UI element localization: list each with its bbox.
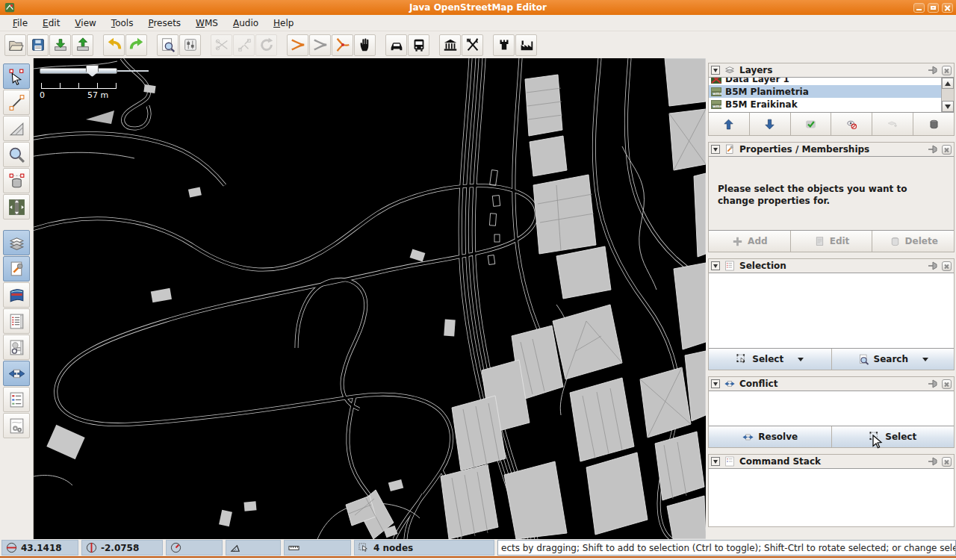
upload-button[interactable] <box>72 34 93 56</box>
properties-pin-icon[interactable] <box>928 143 940 155</box>
layer-row-b5m-planimetria[interactable]: wms B5M Planimetria <box>709 85 941 98</box>
selection-list-panel-button[interactable] <box>3 308 30 334</box>
redo-button[interactable] <box>125 34 147 56</box>
selection-list[interactable] <box>709 273 954 349</box>
conflict-close-button[interactable] <box>942 379 952 389</box>
scale-end-label: 57 m <box>87 90 108 100</box>
pan-button[interactable] <box>354 34 376 56</box>
measure-tool-button[interactable] <box>3 116 30 141</box>
search-button[interactable] <box>157 34 179 56</box>
unglue-ways-button[interactable] <box>211 34 232 56</box>
conflict-select-button[interactable]: Select <box>832 426 955 447</box>
search-selection-panel-button[interactable] <box>3 335 30 360</box>
delete-button[interactable]: Delete <box>872 231 954 252</box>
selection-close-button[interactable] <box>942 261 952 271</box>
open-button[interactable] <box>4 34 26 56</box>
layers-scrollbar[interactable] <box>941 78 954 112</box>
node-cursor-icon <box>358 542 370 553</box>
zoom-slider-groove[interactable] <box>40 68 117 74</box>
layer-merge-button[interactable] <box>872 113 913 135</box>
bank-button[interactable] <box>439 34 461 56</box>
selection-search-button[interactable]: Search <box>832 349 955 370</box>
command-stack-pin-icon[interactable] <box>928 455 940 467</box>
conflict-panel-button[interactable] <box>3 361 30 386</box>
menu-tools[interactable]: Tools <box>105 16 140 30</box>
car-button[interactable] <box>385 34 407 56</box>
move-map-tool-button[interactable] <box>3 194 30 220</box>
delete-tool-button[interactable] <box>3 168 30 193</box>
zoom-slider[interactable] <box>40 64 149 78</box>
layers-pin-icon[interactable] <box>928 64 940 76</box>
command-stack-close-button[interactable] <box>942 457 952 467</box>
restaurant-button[interactable] <box>462 34 483 56</box>
conflict-collapse-button[interactable] <box>711 379 720 388</box>
command-stack-panel-button[interactable] <box>3 387 30 412</box>
menu-presets[interactable]: Presets <box>141 16 187 30</box>
merge-nodes-button[interactable] <box>233 34 255 56</box>
layer-activate-button[interactable] <box>791 113 832 135</box>
map-gears-icon <box>7 417 26 435</box>
menu-view[interactable]: View <box>68 16 102 30</box>
properties-collapse-button[interactable] <box>711 145 720 154</box>
layers-panel-button[interactable] <box>3 230 30 255</box>
castle-button[interactable] <box>493 34 515 56</box>
refresh-button[interactable] <box>255 34 277 56</box>
command-stack-collapse-button[interactable] <box>711 457 720 466</box>
download-button[interactable] <box>49 34 71 56</box>
zoom-slider-thumb[interactable] <box>86 65 99 77</box>
layers-close-button[interactable] <box>942 66 952 75</box>
menu-help[interactable]: Help <box>267 16 300 30</box>
latitude-field: 43.1418 <box>1 540 78 556</box>
add-button[interactable]: Add <box>709 231 791 252</box>
zoom-tool-button[interactable] <box>3 142 30 167</box>
properties-close-button[interactable] <box>942 145 952 155</box>
selection-collapse-button[interactable] <box>711 261 720 270</box>
layer-row-b5m-eraikinak[interactable]: wms B5M Eraikinak <box>709 98 941 111</box>
undo-button[interactable] <box>103 34 125 56</box>
bus-button[interactable] <box>408 34 429 56</box>
preferences-button[interactable] <box>179 34 201 56</box>
search-dropdown-arrow[interactable] <box>922 358 928 361</box>
selection-select-button[interactable]: Select <box>709 349 832 370</box>
draw-node-tool-button[interactable] <box>3 90 30 115</box>
select-tool-button[interactable] <box>3 63 30 89</box>
layer-move-up-button[interactable] <box>709 113 750 135</box>
combine-way-button[interactable] <box>287 34 308 56</box>
layer-row-data-layer-1[interactable]: Data Layer 1 <box>709 78 941 85</box>
merge-layer-icon <box>887 118 899 131</box>
layer-move-down-button[interactable] <box>750 113 791 135</box>
preferences-icon <box>182 37 199 53</box>
checklist-icon <box>7 312 26 331</box>
layers-panel: Layers Data Layer 1 wms B5M Planimetria … <box>708 63 955 136</box>
combine-way-disabled-button[interactable] <box>309 34 331 56</box>
selection-pin-icon[interactable] <box>928 260 940 272</box>
factory-button[interactable] <box>515 34 537 56</box>
menu-file[interactable]: File <box>6 16 34 30</box>
conflict-pin-icon[interactable] <box>928 378 940 390</box>
layers-collapse-button[interactable] <box>711 66 720 75</box>
layer-visibility-button[interactable] <box>831 113 872 135</box>
svg-text:wms: wms <box>713 91 721 96</box>
menu-audio[interactable]: Audio <box>226 16 265 30</box>
save-button[interactable] <box>27 34 49 56</box>
maximize-button[interactable] <box>928 3 939 13</box>
scroll-up-button[interactable] <box>942 78 954 89</box>
close-button[interactable] <box>942 3 953 13</box>
scroll-down-button[interactable] <box>942 101 954 112</box>
command-stack-list[interactable] <box>709 468 954 526</box>
castle-icon <box>496 37 512 53</box>
select-dropdown-arrow[interactable] <box>798 358 804 361</box>
edit-button[interactable]: Edit <box>791 231 873 252</box>
map-settings-button[interactable] <box>3 413 30 438</box>
presets-book-button[interactable] <box>3 282 30 308</box>
map-canvas[interactable]: 0 57 m <box>33 58 705 539</box>
split-way-button[interactable] <box>332 34 353 56</box>
properties-panel-button[interactable] <box>3 256 30 281</box>
minimize-button[interactable] <box>913 3 925 13</box>
conflict-resolve-button[interactable]: Resolve <box>709 426 832 447</box>
layer-delete-button[interactable] <box>913 113 954 135</box>
conflict-list[interactable] <box>709 391 954 426</box>
menu-wms[interactable]: WMS <box>189 16 225 30</box>
restaurant-icon <box>465 37 481 53</box>
menu-edit[interactable]: Edit <box>36 16 66 30</box>
